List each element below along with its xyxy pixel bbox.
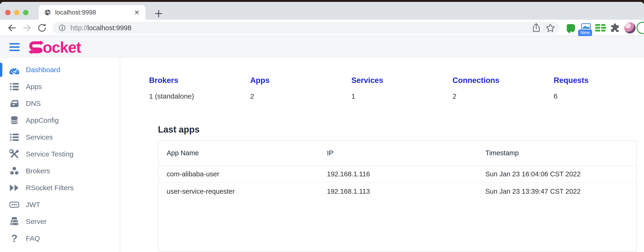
sidebar: Dashboard Apps: [0, 58, 120, 252]
table-row: user-service-requester 192.168.1.113 Sun…: [158, 183, 636, 200]
sidebar-item-label: AppConfig: [26, 117, 59, 124]
sidebar-item-label: JWT: [26, 201, 40, 209]
last-apps-section: Last apps App Name IP Timestamp: [158, 125, 644, 252]
tab-bar: localhost:9998 ✕: [0, 2, 644, 20]
close-tab-icon[interactable]: ✕: [133, 8, 141, 16]
forward-button[interactable]: [22, 22, 32, 33]
new-badge: New: [578, 29, 592, 36]
stat-label[interactable]: Connections: [452, 76, 554, 85]
table-row: com-alibaba-user 192.168.1.116 Sun Jan 2…: [158, 166, 636, 183]
server-icon: [9, 216, 20, 227]
sidebar-item-service-testing[interactable]: Service Testing: [0, 146, 120, 162]
app-header: ocket: [0, 36, 644, 58]
stat-value: 1: [351, 92, 452, 100]
browser-window: localhost:9998 ✕: [0, 2, 644, 252]
sidebar-item-dns[interactable]: DNS: [0, 95, 120, 112]
dashboard-main: Brokers 1 (standalone) Apps 2 Services 1…: [120, 58, 644, 252]
hamburger-icon: [10, 43, 20, 44]
stat-brokers: Brokers 1 (standalone): [149, 76, 250, 100]
stat-label[interactable]: Apps: [250, 76, 351, 85]
list-icon: [9, 132, 20, 143]
url-text[interactable]: http://localhost:9998: [70, 24, 531, 32]
sidebar-item-apps[interactable]: Apps: [0, 78, 120, 95]
sidebar-item-label: DNS: [26, 100, 40, 108]
database-icon: [9, 115, 20, 126]
address-bar[interactable]: http://localhost:9998: [52, 22, 560, 34]
list-icon: [9, 81, 20, 92]
cell-app-name: user-service-requester: [158, 183, 319, 200]
zoom-window-button[interactable]: [23, 10, 28, 15]
stat-label[interactable]: Services: [351, 76, 452, 85]
new-tab-button[interactable]: [153, 8, 164, 19]
stat-value: 1 (standalone): [149, 92, 250, 100]
sidebar-item-label: Services: [26, 133, 53, 141]
close-window-button[interactable]: [5, 10, 10, 15]
sidebar-item-faq[interactable]: ? FAQ: [0, 230, 120, 247]
reload-icon: [37, 23, 47, 33]
stat-services: Services 1: [351, 76, 452, 100]
stats-row: Brokers 1 (standalone) Apps 2 Services 1…: [120, 58, 644, 100]
sidebar-item-label: Service Testing: [26, 150, 74, 158]
bookmark-star-icon[interactable]: [546, 23, 555, 33]
s-extension-icon[interactable]: New: [580, 22, 592, 33]
share-icon[interactable]: [531, 23, 541, 33]
stat-connections: Connections 2: [452, 76, 554, 100]
stat-label[interactable]: Brokers: [149, 76, 250, 85]
token-icon: [9, 199, 20, 210]
column-header-ip: IP: [319, 141, 477, 166]
browser-tab[interactable]: localhost:9998 ✕: [39, 5, 146, 20]
sidebar-item-label: Apps: [26, 83, 42, 91]
question-icon: ?: [9, 233, 20, 244]
sidebar-item-server[interactable]: Server: [0, 213, 120, 230]
avatar[interactable]: [624, 22, 636, 33]
cell-timestamp: Sun Jan 23 16:04:06 CST 2022: [477, 166, 636, 183]
back-arrow-icon: [7, 23, 17, 33]
cell-app-name: com-alibaba-user: [158, 166, 319, 183]
sidebar-item-label: Server: [26, 218, 46, 226]
sidebar-item-label: Dashboard: [26, 66, 60, 74]
stat-requests: Requests 6: [554, 76, 644, 100]
reload-button[interactable]: [36, 22, 48, 33]
url-scheme: http://: [70, 24, 88, 32]
minimize-window-button[interactable]: [14, 10, 20, 15]
gauge-icon: [9, 64, 20, 75]
site-info-icon[interactable]: [58, 24, 66, 32]
cubes-icon: [9, 166, 20, 176]
sidebar-item-brokers[interactable]: Brokers: [0, 162, 120, 179]
profile-button[interactable]: [636, 22, 644, 34]
sidebar-item-label: Brokers: [26, 167, 50, 175]
rsocket-logo-mark: [28, 40, 44, 55]
url-host: localhost:9998: [88, 24, 132, 32]
stat-value: 2: [452, 92, 554, 100]
sidebar-item-dashboard[interactable]: Dashboard: [0, 61, 120, 78]
tools-icon: [9, 149, 20, 159]
sidebar-item-appconfig[interactable]: AppConfig: [0, 112, 120, 129]
sidebar-item-jwt[interactable]: JWT: [0, 196, 120, 213]
table-empty-area: [158, 200, 636, 251]
browser-toolbar: http://localhost:9998 New: [0, 20, 644, 36]
fast-forward-icon: [9, 182, 20, 193]
plus-icon: [154, 9, 163, 18]
table-header-row: App Name IP Timestamp: [158, 141, 636, 166]
grid-extension-icon[interactable]: [595, 22, 606, 33]
evernote-extension-icon[interactable]: [565, 22, 576, 33]
stat-label[interactable]: Requests: [554, 76, 644, 85]
rsocket-logo[interactable]: ocket: [28, 38, 81, 56]
sidebar-item-services[interactable]: Services: [0, 129, 120, 146]
menu-toggle-button[interactable]: [10, 41, 21, 53]
stat-value: 6: [554, 92, 644, 100]
stat-value: 2: [250, 92, 351, 100]
column-header-timestamp: Timestamp: [477, 141, 636, 166]
globe-icon: [44, 9, 52, 16]
forward-arrow-icon: [22, 23, 32, 33]
cell-ip: 192.168.1.116: [319, 166, 477, 183]
page-content: Dashboard Apps: [0, 58, 644, 252]
stat-apps: Apps 2: [250, 76, 351, 100]
section-title: Last apps: [158, 125, 644, 135]
sidebar-item-rsocket-filters[interactable]: RSocket Filters: [0, 179, 120, 196]
back-button[interactable]: [6, 22, 17, 33]
archive-icon: [9, 98, 20, 109]
last-apps-table: App Name IP Timestamp com-alibaba-user 1…: [158, 140, 637, 252]
extensions-puzzle-icon[interactable]: [609, 22, 620, 33]
tab-title: localhost:9998: [55, 9, 133, 16]
